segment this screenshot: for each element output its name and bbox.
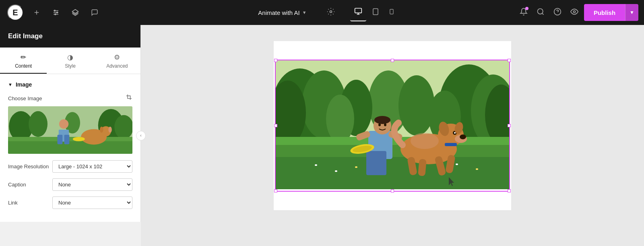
help-button[interactable]: [550, 4, 565, 21]
image-thumbnail[interactable]: [8, 106, 132, 154]
svg-point-38: [73, 137, 85, 141]
choose-image-label: Choose Image: [8, 95, 42, 101]
image-resolution-row: Image Resolution Large - 1024 x 102: [8, 160, 132, 173]
layers-button[interactable]: [69, 6, 81, 19]
tab-content[interactable]: ✏ Content: [0, 48, 47, 74]
elementor-logo-text: E: [12, 8, 18, 17]
resize-handle-bl[interactable]: [274, 189, 277, 192]
resize-handle-tr[interactable]: [508, 59, 511, 62]
publish-dropdown-button[interactable]: ▼: [625, 4, 638, 21]
caption-label: Caption: [8, 182, 52, 188]
choose-image-row: Choose Image: [8, 94, 132, 102]
sidebar-collapse-button[interactable]: ‹: [136, 131, 146, 141]
chevron-down-icon: ▼: [302, 10, 307, 15]
svg-rect-10: [355, 8, 361, 13]
elementor-logo-button[interactable]: E: [7, 4, 23, 21]
publish-dropdown-icon: ▼: [630, 10, 634, 15]
sidebar-content: ▼ Image Choose Image: [0, 74, 140, 222]
tablet-view-button[interactable]: [368, 4, 383, 21]
publish-button-group: Publish ▼: [584, 4, 638, 21]
svg-rect-32: [58, 135, 63, 144]
search-button[interactable]: [533, 4, 548, 21]
image-section-header: ▼ Image: [8, 81, 132, 88]
content-tab-label: Content: [15, 63, 32, 69]
svg-point-7: [55, 14, 56, 15]
svg-point-5: [54, 10, 56, 11]
canvas-image: [276, 60, 509, 189]
advanced-tab-icon: ⚙: [114, 53, 120, 62]
svg-point-55: [335, 170, 337, 172]
crop-icon: [126, 94, 132, 101]
svg-point-58: [476, 168, 478, 170]
image-widget[interactable]: [275, 60, 510, 192]
svg-point-65: [384, 124, 386, 126]
topbar-right: Publish ▼: [511, 4, 644, 21]
search-icon: [537, 8, 545, 16]
sidebar-header: Edit Image: [0, 25, 140, 48]
gear-icon: [327, 8, 335, 16]
crop-icon-button[interactable]: [126, 94, 132, 102]
svg-point-57: [456, 163, 458, 165]
tab-advanced[interactable]: ⚙ Advanced: [94, 48, 140, 74]
publish-label: Publish: [594, 9, 615, 16]
svg-point-36: [108, 126, 112, 132]
resize-handle-bm[interactable]: [391, 189, 394, 192]
svg-point-56: [355, 166, 357, 168]
svg-point-54: [315, 164, 317, 166]
resize-handle-rm[interactable]: [508, 124, 511, 127]
style-tab-label: Style: [65, 63, 76, 69]
sidebar: Edit Image ✏ Content ◑ Style ⚙ Advanced: [0, 25, 141, 222]
resize-handle-tm[interactable]: [391, 59, 394, 62]
resize-handle-lm[interactable]: [274, 124, 277, 127]
svg-rect-53: [276, 157, 509, 189]
section-arrow-icon: ▼: [8, 82, 12, 87]
topbar-center: Animate with AI ▼: [141, 4, 511, 21]
resize-handle-tl[interactable]: [274, 59, 277, 62]
svg-point-49: [326, 95, 354, 143]
svg-point-83: [411, 133, 439, 149]
caption-row: Caption None: [8, 178, 132, 191]
mobile-icon: [389, 8, 394, 16]
eye-icon: [570, 8, 578, 16]
caption-select[interactable]: None: [52, 178, 132, 191]
desktop-icon: [354, 7, 362, 15]
advanced-tab-label: Advanced: [106, 63, 128, 69]
svg-rect-80: [418, 159, 427, 176]
svg-point-63: [374, 116, 390, 124]
add-element-button[interactable]: [31, 6, 43, 19]
notifications-button[interactable]: [516, 4, 531, 21]
link-row: Link None: [8, 196, 132, 209]
tablet-icon: [372, 8, 379, 16]
resize-handle-br[interactable]: [508, 189, 511, 192]
resolution-select[interactable]: Large - 1024 x 102: [52, 160, 132, 173]
settings-button[interactable]: [324, 4, 338, 21]
comments-button[interactable]: [89, 6, 101, 19]
svg-rect-33: [64, 135, 70, 144]
svg-line-18: [542, 13, 544, 14]
publish-button[interactable]: Publish: [584, 4, 625, 21]
main-layout: Edit Image ✏ Content ◑ Style ⚙ Advanced: [0, 25, 644, 246]
link-select[interactable]: None: [52, 196, 132, 209]
mobile-view-button[interactable]: [385, 4, 398, 21]
svg-point-37: [100, 126, 103, 132]
notification-dot: [525, 7, 528, 10]
svg-point-6: [57, 12, 58, 13]
thumbnail-image: [8, 106, 132, 154]
filters-button[interactable]: [50, 6, 62, 19]
sliders-icon: [52, 9, 60, 16]
edit-image-title: Edit Image: [8, 32, 43, 40]
sidebar-tabs: ✏ Content ◑ Style ⚙ Advanced: [0, 48, 140, 74]
svg-point-9: [330, 10, 332, 12]
comment-icon: [91, 9, 98, 16]
topbar: E Animate with AI ▼: [0, 0, 644, 25]
content-tab-icon: ✏: [21, 53, 26, 62]
svg-rect-78: [445, 143, 457, 146]
svg-point-73: [460, 134, 466, 139]
animate-ai-label: Animate with AI: [258, 9, 299, 16]
preview-button[interactable]: [567, 4, 582, 21]
svg-point-24: [29, 111, 47, 137]
animate-ai-button[interactable]: Animate with AI ▼: [253, 6, 311, 19]
desktop-view-button[interactable]: [350, 4, 366, 21]
tab-style[interactable]: ◑ Style: [47, 48, 93, 74]
svg-point-26: [114, 115, 132, 139]
